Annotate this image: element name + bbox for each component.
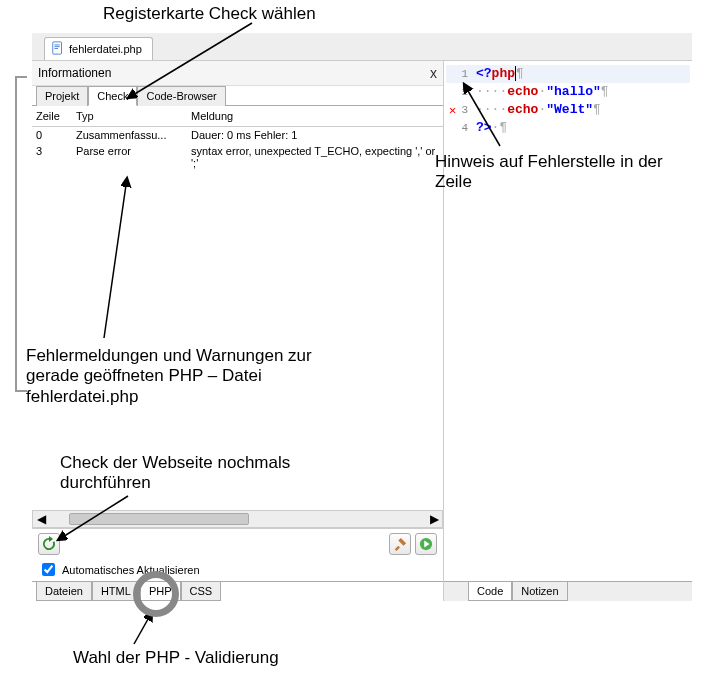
scroll-left-icon[interactable]: ◀ xyxy=(33,511,49,527)
code-editor[interactable]: 1 <?php¶ 2 ····echo·"hallo"¶ 3 ····echo·… xyxy=(444,61,692,581)
annotation-hint: Hinweis auf Fehlerstelle in der Zeile xyxy=(435,152,695,193)
file-tabstrip: fehlerdatei.php xyxy=(32,33,692,61)
tab-projekt[interactable]: Projekt xyxy=(36,86,88,106)
editor-panel: 1 <?php¶ 2 ····echo·"hallo"¶ 3 ····echo·… xyxy=(444,61,692,601)
bottom-tabs: Dateien HTML PHP CSS xyxy=(32,581,443,601)
tab-code-browser[interactable]: Code-Browser xyxy=(137,86,225,106)
svg-rect-3 xyxy=(55,48,59,49)
code-line: 4 ?>·¶ xyxy=(446,119,690,137)
svg-rect-1 xyxy=(55,45,60,46)
col-typ[interactable]: Typ xyxy=(76,110,191,122)
ide-window: fehlerdatei.php Informationen x Projekt … xyxy=(32,33,692,603)
annotation-errors: Fehlermeldungen und Warnungen zur gerade… xyxy=(26,346,326,407)
code-line: 2 ····echo·"hallo"¶ xyxy=(446,83,690,101)
col-meldung[interactable]: Meldung xyxy=(191,110,439,122)
refresh-button[interactable] xyxy=(38,533,60,555)
bracket-decoration xyxy=(15,76,27,392)
table-row[interactable]: 0 Zusammenfassu... Dauer: 0 ms Fehler: 1 xyxy=(32,127,443,143)
tools-button[interactable] xyxy=(389,533,411,555)
info-title: Informationen xyxy=(38,66,111,80)
annotation-recheck: Check der Webseite nochmals durchführen xyxy=(60,453,320,494)
table-row[interactable]: 3 Parse error syntax error, unexpected T… xyxy=(32,143,443,171)
error-marker-icon[interactable]: ✕ xyxy=(449,102,456,120)
annotation-select-check: Registerkarte Check wählen xyxy=(103,4,316,24)
file-tab-label: fehlerdatei.php xyxy=(69,43,142,55)
auto-update-row: Automatisches Aktualisieren xyxy=(32,558,443,581)
column-headers: Zeile Typ Meldung xyxy=(32,106,443,127)
auto-update-label: Automatisches Aktualisieren xyxy=(62,564,200,576)
code-line: 3 ····echo·"Welt"¶ xyxy=(446,101,690,119)
scroll-thumb[interactable] xyxy=(69,513,249,525)
svg-line-9 xyxy=(134,612,152,644)
auto-update-checkbox[interactable] xyxy=(42,563,55,576)
play-button[interactable] xyxy=(415,533,437,555)
btab-php[interactable]: PHP xyxy=(140,582,181,601)
col-zeile[interactable]: Zeile xyxy=(36,110,76,122)
scroll-right-icon[interactable]: ▶ xyxy=(426,511,442,527)
file-icon xyxy=(51,41,65,57)
svg-rect-2 xyxy=(55,46,60,47)
btab-css[interactable]: CSS xyxy=(181,582,222,601)
info-tabs: Projekt Check Code-Browser xyxy=(32,86,443,106)
close-icon[interactable]: x xyxy=(430,65,437,81)
btab-html[interactable]: HTML xyxy=(92,582,140,601)
annotation-phpval: Wahl der PHP - Validierung xyxy=(73,648,279,668)
panel-toolbar xyxy=(32,528,443,558)
tab-check[interactable]: Check xyxy=(88,86,137,106)
info-panel: Informationen x Projekt Check Code-Brows… xyxy=(32,61,444,601)
btab-dateien[interactable]: Dateien xyxy=(36,582,92,601)
code-line: 1 <?php¶ xyxy=(446,65,690,83)
editor-bottom-tabs: Code Notizen xyxy=(444,581,692,601)
tab-notizen[interactable]: Notizen xyxy=(512,582,567,601)
file-tab-active[interactable]: fehlerdatei.php xyxy=(44,37,153,60)
tab-code[interactable]: Code xyxy=(468,582,512,601)
horizontal-scrollbar[interactable]: ◀ ▶ xyxy=(32,510,443,528)
